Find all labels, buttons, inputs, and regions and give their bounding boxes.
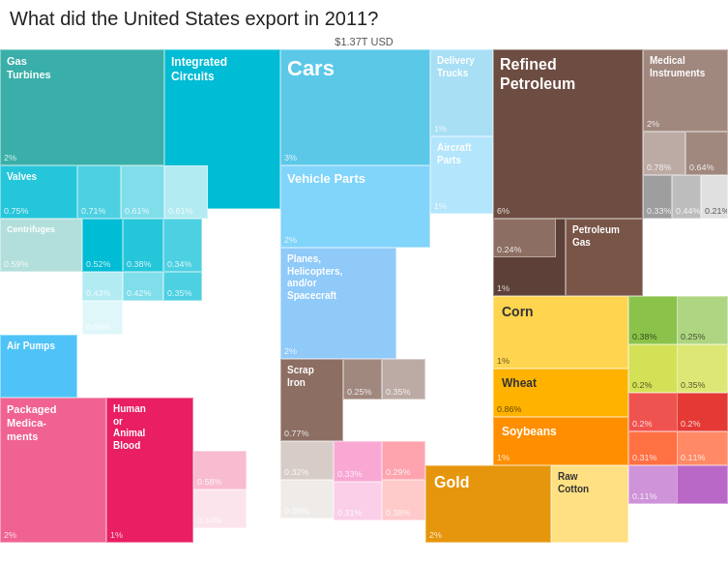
gr5: 0.21% bbox=[701, 175, 728, 219]
mid2-pct: 0.44% bbox=[197, 516, 222, 525]
cars-label: Cars bbox=[284, 53, 337, 84]
sm3-pct: 0.35% bbox=[167, 288, 192, 298]
red1-pct: 0.2% bbox=[632, 419, 653, 429]
vehicle-parts: Vehicle Parts2% bbox=[280, 165, 430, 248]
mid5: 0.29% bbox=[382, 441, 425, 480]
refined-petroleum-label: Refined Petroleum bbox=[497, 53, 578, 96]
corn: Corn1% bbox=[493, 296, 628, 369]
corn-label: Corn bbox=[499, 302, 537, 323]
brown2: 0.35% bbox=[382, 359, 425, 400]
centrifuges-pct: 0.59% bbox=[4, 259, 29, 269]
sm1: 0.43% bbox=[82, 272, 123, 301]
treemap: Gas Turbines2%Integrated Circuits3%Cars3… bbox=[0, 49, 728, 543]
vehicle-parts-label: Vehicle Parts bbox=[284, 169, 368, 189]
orange1: 0.31% bbox=[628, 431, 680, 465]
scrap-iron-pct: 0.77% bbox=[284, 429, 309, 438]
coal-briquettes-pct: 1% bbox=[497, 283, 510, 293]
lime2: 0.35% bbox=[677, 344, 728, 393]
gr3-pct: 0.33% bbox=[647, 206, 672, 216]
gr1: 0.78% bbox=[643, 132, 685, 175]
valves2: 0.71% bbox=[77, 165, 121, 219]
refined-petroleum-pct: 6% bbox=[497, 206, 510, 216]
sm6: 0.34% bbox=[163, 219, 202, 272]
air-pumps: Air Pumps bbox=[0, 335, 77, 398]
brown3-pct: 0.32% bbox=[284, 467, 309, 477]
valves-label: Valves bbox=[4, 169, 40, 186]
gr2-pct: 0.64% bbox=[689, 163, 714, 172]
mid4-pct: 0.31% bbox=[337, 508, 363, 518]
medical-instruments-pct: 2% bbox=[647, 119, 659, 129]
human-blood-pct: 1% bbox=[110, 530, 123, 540]
petroleum-gas: Petroleum Gas bbox=[566, 219, 643, 296]
mid3: 0.33% bbox=[334, 441, 382, 482]
air-pumps-label: Air Pumps bbox=[4, 339, 58, 355]
gr5-pct: 0.21% bbox=[705, 206, 728, 216]
sm4: 0.52% bbox=[82, 219, 123, 272]
gas-turbines-pct: 2% bbox=[4, 153, 16, 163]
cars-pct: 3% bbox=[284, 153, 297, 163]
soybeans-pct: 1% bbox=[497, 453, 510, 462]
sm4-pct: 0.52% bbox=[86, 259, 111, 269]
lime1-pct: 0.2% bbox=[632, 380, 653, 390]
mid2: 0.44% bbox=[193, 489, 247, 528]
delivery-trucks-pct: 1% bbox=[434, 124, 447, 133]
page-title: What did the United States export in 201… bbox=[0, 0, 728, 34]
orange2-pct: 0.11% bbox=[681, 453, 706, 462]
cars: Cars3% bbox=[280, 49, 430, 165]
gold-label: Gold bbox=[431, 471, 472, 494]
vehicle-parts-pct: 2% bbox=[284, 235, 297, 245]
refined-petroleum: Refined Petroleum6% bbox=[493, 49, 643, 219]
wheat: Wheat0.86% bbox=[493, 369, 628, 417]
brown4: 0.28% bbox=[280, 480, 334, 519]
gr4-pct: 0.44% bbox=[676, 206, 701, 216]
medical-instruments: Medical Instruments2% bbox=[643, 49, 728, 132]
green2: 0.25% bbox=[677, 296, 728, 344]
wheat-label: Wheat bbox=[499, 374, 539, 393]
planes: Planes, Helicopters, and/or Spacecraft2% bbox=[280, 248, 396, 359]
sm8: 0.59% bbox=[82, 301, 123, 335]
gr4: 0.44% bbox=[672, 175, 701, 219]
mid5-pct: 0.29% bbox=[386, 467, 411, 477]
sm7-pct: 0.61% bbox=[168, 206, 193, 216]
soybeans-label: Soybeans bbox=[499, 423, 560, 441]
delivery-trucks-label: Delivery Trucks bbox=[434, 53, 478, 81]
subtitle: $1.37T USD bbox=[0, 34, 728, 49]
human-blood-label: Human or Animal Blood bbox=[110, 401, 149, 454]
gr2: 0.64% bbox=[685, 132, 728, 175]
sm5: 0.38% bbox=[123, 219, 163, 272]
brown1: 0.25% bbox=[343, 359, 382, 400]
delivery-trucks: Delivery Trucks1% bbox=[430, 49, 493, 136]
human-blood: Human or Animal Blood1% bbox=[106, 398, 193, 543]
scrap-iron: Scrap Iron0.77% bbox=[280, 359, 343, 441]
raw-cotton: Raw Cotton bbox=[551, 465, 628, 543]
packaged-medic-label: Packaged Medica- ments bbox=[4, 401, 59, 445]
red1: 0.2% bbox=[628, 393, 680, 431]
sm1-pct: 0.43% bbox=[86, 288, 111, 298]
planes-pct: 2% bbox=[284, 346, 297, 356]
green2-pct: 0.25% bbox=[681, 332, 706, 341]
brown4-pct: 0.28% bbox=[284, 506, 309, 516]
valves2-pct: 0.71% bbox=[81, 206, 106, 216]
orchid1: 0.11% bbox=[628, 465, 680, 504]
green1: 0.38% bbox=[628, 296, 680, 344]
sm2-pct: 0.42% bbox=[127, 288, 152, 298]
valves-pct: 0.75% bbox=[4, 206, 29, 216]
sm8-pct: 0.59% bbox=[86, 322, 111, 332]
centrifuges: Centrifuges0.59% bbox=[0, 219, 82, 272]
mid6-pct: 0.38% bbox=[386, 508, 411, 518]
red2: 0.2% bbox=[677, 393, 728, 431]
valves3-pct: 0.61% bbox=[125, 206, 150, 216]
aircraft-parts-pct: 1% bbox=[434, 201, 447, 211]
packaged-medic-pct: 2% bbox=[4, 530, 16, 540]
aircraft-parts: Aircraft Parts1% bbox=[430, 136, 493, 214]
gas-turbines: Gas Turbines2% bbox=[0, 49, 164, 165]
integrated-circuits-label: Integrated Circuits bbox=[168, 53, 230, 86]
lime2-pct: 0.35% bbox=[681, 380, 706, 390]
valves: Valves0.75% bbox=[0, 165, 77, 219]
mid1: 0.58% bbox=[193, 451, 247, 489]
petroleum-gas-label: Petroleum Gas bbox=[569, 222, 623, 251]
medical-instruments-label: Medical Instruments bbox=[647, 53, 708, 81]
brown3: 0.32% bbox=[280, 441, 334, 480]
orange2: 0.11% bbox=[677, 431, 728, 465]
gas-turbines-label: Gas Turbines bbox=[4, 53, 54, 84]
